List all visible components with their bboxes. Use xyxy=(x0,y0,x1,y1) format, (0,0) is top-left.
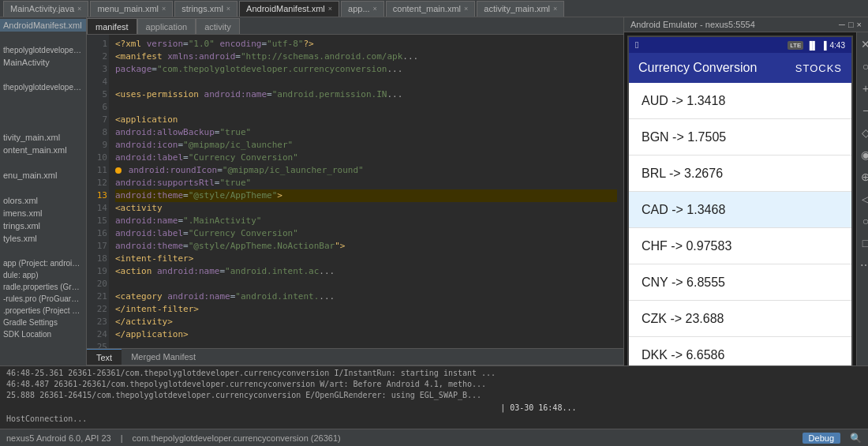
process-info: | xyxy=(121,433,123,443)
currency-list[interactable]: AUD -> 1.3418 BGN -> 1.7505 BRL -> 3.267… xyxy=(629,83,851,365)
file-tree-item-mainactivity[interactable]: MainActivity xyxy=(0,56,86,69)
file-tree-item-gradle-settings[interactable]: Gradle Settings xyxy=(0,317,86,328)
close-icon[interactable]: × xyxy=(162,5,166,13)
emulator-title: Android Emulator - nexus5:5554 xyxy=(630,20,755,29)
file-tree-item-e5 xyxy=(0,118,86,131)
currency-item-cny[interactable]: CNY -> 6.8555 xyxy=(629,264,851,301)
currency-item-dkk[interactable]: DKK -> 6.6586 xyxy=(629,337,851,365)
battery-icon: ▐ xyxy=(821,41,826,50)
tab-mainactivity[interactable]: MainActivity.java × xyxy=(3,1,88,17)
code-line-24: </application> xyxy=(115,328,617,341)
editor-content[interactable]: 123456 789101112 13141516 171819202122 2… xyxy=(87,35,623,348)
tab-activity-main[interactable]: activity_main.xml × xyxy=(477,1,564,17)
file-tree-item-proguard[interactable]: -rules.pro (ProGuard Rules for... xyxy=(0,293,86,305)
tool-volume-up-btn[interactable]: + xyxy=(857,80,868,97)
file-tree-item-module-app[interactable]: dule: app) xyxy=(0,269,86,281)
tab-label: strings.xml xyxy=(181,4,223,13)
file-tree-item-androidmanifest[interactable]: AndroidManifest.xml xyxy=(0,19,86,32)
code-line-19: <action android:name="android.intent.ac.… xyxy=(115,265,617,278)
tool-close-btn[interactable]: ✕ xyxy=(857,36,868,53)
currency-item-chf[interactable]: CHF -> 0.97583 xyxy=(629,228,851,264)
currency-item-brl[interactable]: BRL -> 3.2676 xyxy=(629,156,851,192)
editor-tab-androidmanifest[interactable]: manifest xyxy=(87,18,137,34)
currency-item-czk[interactable]: CZK -> 23.688 xyxy=(629,301,851,337)
file-tree-item-strings[interactable]: trings.xml xyxy=(0,219,86,232)
editor-tab-label: activity xyxy=(204,22,231,32)
emulator-close-btn[interactable]: × xyxy=(857,20,862,29)
emulator-phone:  LTE ▐▌ ▐ 4:43 Currency Conversion STOC… xyxy=(624,32,868,365)
tool-circle-btn[interactable]: ○ xyxy=(857,58,868,75)
emulator-minimize-btn[interactable]: ─ xyxy=(839,20,845,29)
tool-more-btn[interactable]: ⋯ xyxy=(857,257,868,274)
file-tree-item-activity-main[interactable]: tivity_main.xml xyxy=(0,131,86,144)
tab-label: app... xyxy=(348,4,370,13)
manifest-tab-merged[interactable]: Merged Manifest xyxy=(122,349,205,365)
file-tree-item-colors[interactable]: olors.xml xyxy=(0,194,86,207)
close-icon[interactable]: × xyxy=(553,5,557,13)
tab-label: content_main.xml xyxy=(393,4,461,13)
file-tree-item-gradle-props[interactable]: radle.properties (Gradle Versio... xyxy=(0,281,86,293)
tab-menu-main[interactable]: menu_main.xml × xyxy=(90,1,173,17)
code-line-8: android:allowBackup="true" xyxy=(115,126,617,139)
file-tree-item-pkg1[interactable]: thepolyglotdeveloper.currenc... xyxy=(0,44,86,56)
tool-volume-down-btn[interactable]: − xyxy=(857,102,868,119)
file-tree-item-project-props[interactable]: .properties (Project Properties) xyxy=(0,305,86,317)
status-right-area: Debug 🔍 xyxy=(803,433,862,444)
file-tree-item-e4 xyxy=(0,106,86,118)
code-line-6 xyxy=(115,101,617,114)
debug-button[interactable]: Debug xyxy=(803,433,840,444)
tab-content-main[interactable]: content_main.xml × xyxy=(386,1,475,17)
code-line-21: <category android:name="android.intent..… xyxy=(115,290,617,303)
file-tree-item-empty2 xyxy=(0,69,86,81)
tab-androidmanifest[interactable]: AndroidManifest.xml × xyxy=(239,1,339,17)
file-tree-item-menu-main[interactable]: enu_main.xml xyxy=(0,169,86,182)
file-tree-item-dimens[interactable]: imens.xml xyxy=(0,207,86,219)
editor-tab-application[interactable]: application xyxy=(137,18,196,34)
file-tree-item-content-main[interactable]: ontent_main.xml xyxy=(0,144,86,156)
apple-icon:  xyxy=(635,39,638,51)
editor-tab-activity[interactable]: activity xyxy=(196,18,240,34)
code-line-7: <application xyxy=(115,114,617,126)
file-tree-item-sdk-location[interactable]: SDK Location xyxy=(0,328,86,340)
tool-zoom-in-btn[interactable]: ⊕ xyxy=(857,168,868,186)
code-line-22: </intent-filter> xyxy=(115,303,617,316)
tab-app[interactable]: app... × xyxy=(341,1,384,17)
code-line-15: android:name=".MainActivity" xyxy=(115,215,617,227)
tool-rotate-btn[interactable]: ◇ xyxy=(857,124,868,141)
close-icon[interactable]: × xyxy=(77,5,81,13)
tool-camera-btn[interactable]: ◉ xyxy=(857,146,868,163)
currency-item-cad[interactable]: CAD -> 1.3468 xyxy=(629,192,851,228)
code-content[interactable]: <?xml version="1.0" encoding="utf-8"?> <… xyxy=(109,35,623,348)
currency-item-bgn[interactable]: BGN -> 1.7505 xyxy=(629,119,851,156)
line-numbers: 123456 789101112 13141516 171819202122 2… xyxy=(87,35,109,348)
code-line-5: <uses-permission android:name="android.p… xyxy=(115,88,617,101)
code-line-13: android:theme="@style/AppTheme"> xyxy=(115,189,617,202)
tab-label: menu_main.xml xyxy=(97,4,159,13)
file-tree-item-styles[interactable]: tyles.xml xyxy=(0,232,86,245)
file-tree-item-app-project[interactable]: app (Project: android-currency... xyxy=(0,257,86,269)
close-icon[interactable]: × xyxy=(226,5,230,13)
manifest-tab-text[interactable]: Text xyxy=(87,349,122,365)
emulator-maximize-btn[interactable]: □ xyxy=(848,20,854,29)
tab-strings[interactable]: strings.xml × xyxy=(174,1,238,17)
close-icon[interactable]: × xyxy=(328,5,332,13)
phone-status-bar:  LTE ▐▌ ▐ 4:43 xyxy=(629,37,851,53)
search-icon[interactable]: 🔍 xyxy=(850,433,862,444)
close-icon[interactable]: × xyxy=(464,5,468,13)
code-line-10: android:label="Currency Conversion" xyxy=(115,152,617,164)
code-line-11: android:roundIcon="@mipmap/ic_launcher_r… xyxy=(115,164,617,177)
close-icon[interactable]: × xyxy=(373,5,377,13)
file-tree-item-pkg2[interactable]: thepolyglotdeveloper.currenc... xyxy=(0,81,86,93)
tool-square-btn[interactable]: □ xyxy=(857,234,868,252)
device-info: nexus5 Android 6.0, API 23 xyxy=(6,433,111,443)
currency-item-aud[interactable]: AUD -> 1.3418 xyxy=(629,83,851,119)
log-line-2: 46:48.487 26361-26361/com.thepolyglotdev… xyxy=(6,379,862,390)
tool-back-btn[interactable]: ◁ xyxy=(857,190,868,208)
code-line-4 xyxy=(115,76,617,88)
tool-circle2-btn[interactable]: ○ xyxy=(857,212,868,230)
tab-label: MainActivity.java xyxy=(10,4,74,13)
code-editor[interactable]: manifest application activity 123456 789… xyxy=(87,17,623,365)
stocks-button[interactable]: STOCKS xyxy=(795,62,842,74)
code-line-12: android:supportsRtl="true" xyxy=(115,177,617,189)
code-line-3: package="com.thepolyglotdeveloper.curren… xyxy=(115,63,617,76)
